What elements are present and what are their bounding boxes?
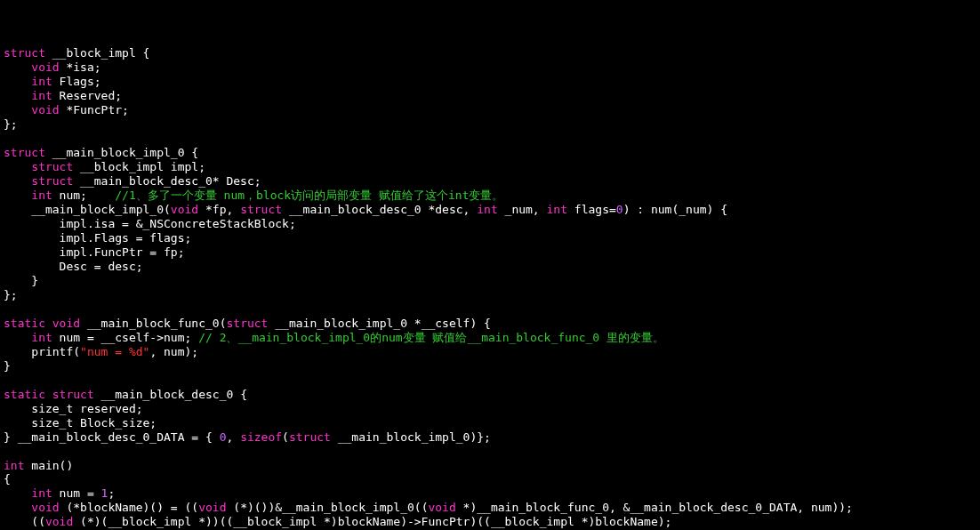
code-line: { — [4, 472, 11, 486]
keyword: int — [547, 203, 567, 216]
keyword: static — [4, 317, 45, 330]
code-line: struct __main_block_desc_0* Desc; — [4, 174, 261, 188]
code-text: __main_block_impl_0 *__cself) { — [268, 317, 490, 330]
number-literal: 0 — [616, 203, 623, 216]
code-text: } __main_block_desc_0_DATA = { — [4, 430, 220, 444]
code-text — [45, 388, 52, 401]
code-text: , — [226, 430, 240, 444]
code-text: _num, — [498, 203, 547, 216]
code-text: }; — [4, 117, 18, 131]
code-text: impl.FuncPtr = fp; — [4, 245, 185, 259]
code-text: num = — [52, 486, 101, 500]
code-text: (*blockName)() = (( — [60, 501, 199, 514]
code-line: void *isa; — [4, 60, 101, 74]
code-line: struct __block_impl { — [4, 46, 149, 60]
code-text: } — [4, 274, 38, 287]
code-text: (*)(__block_impl *))((__block_impl *)blo… — [73, 515, 671, 528]
keyword: static — [4, 388, 45, 401]
keyword: struct — [240, 203, 282, 216]
code-text: __block_impl { — [45, 46, 149, 60]
code-line: void *FuncPtr; — [4, 103, 129, 116]
keyword: int — [31, 75, 52, 88]
code-text: __main_block_impl_0)}; — [331, 430, 491, 444]
code-line: printf("num = %d", num); — [4, 345, 198, 358]
code-text: *fp, — [198, 203, 240, 216]
code-line: int Flags; — [4, 75, 101, 88]
comment: // 2、__main_block_impl_0的num变量 赋值给__main… — [198, 331, 664, 344]
code-text: __main_block_desc_0 *desc, — [282, 203, 477, 216]
code-text: __main_block_impl_0( — [4, 203, 171, 216]
keyword: void — [31, 103, 59, 116]
code-text: flags= — [567, 203, 616, 216]
keyword: int — [4, 459, 24, 472]
keyword: int — [31, 89, 52, 102]
code-text: __main_block_desc_0* Desc; — [73, 174, 261, 188]
code-line: impl.FuncPtr = fp; — [4, 245, 185, 259]
keyword: void — [171, 203, 198, 216]
code-line: struct __block_impl impl; — [4, 160, 205, 173]
code-line: static void __main_block_func_0(struct _… — [4, 317, 491, 330]
keyword: void — [52, 317, 80, 330]
code-text: ) : num(_num) { — [623, 203, 727, 216]
keyword: struct — [4, 46, 45, 60]
code-line: __main_block_impl_0(void *fp, struct __m… — [4, 203, 727, 216]
code-text: Reserved; — [52, 89, 122, 102]
code-text: __main_block_desc_0 { — [94, 388, 247, 401]
code-text: __block_impl impl; — [73, 160, 205, 173]
code-line: impl.isa = &_NSConcreteStackBlock; — [4, 217, 296, 230]
code-text: __main_block_impl_0 { — [45, 146, 198, 159]
code-line: }; — [4, 288, 18, 301]
code-text: impl.isa = &_NSConcreteStackBlock; — [4, 217, 296, 230]
keyword: struct — [289, 430, 331, 444]
code-text: { — [4, 472, 11, 486]
code-line: } — [4, 359, 11, 373]
code-line: Desc = desc; — [4, 260, 143, 273]
keyword: int — [477, 203, 497, 216]
code-line: impl.Flags = flags; — [4, 231, 191, 245]
keyword: struct — [4, 146, 45, 159]
keyword: struct — [226, 317, 268, 330]
code-line: struct __main_block_impl_0 { — [4, 146, 198, 159]
string-literal: "num = %d" — [80, 345, 149, 358]
code-text: num; — [52, 189, 115, 202]
code-text: *isa; — [60, 60, 101, 74]
keyword: int — [31, 486, 52, 500]
code-line: void (*blockName)() = ((void (*)())&__ma… — [4, 501, 853, 514]
keyword: void — [45, 515, 73, 528]
keyword: void — [198, 501, 226, 514]
keyword: sizeof — [240, 430, 282, 444]
code-line: } — [4, 274, 38, 287]
code-text: }; — [4, 288, 18, 301]
keyword: void — [428, 501, 455, 514]
keyword: struct — [52, 388, 94, 401]
code-text: (*)())&__main_block_impl_0(( — [226, 501, 428, 514]
code-line: size_t reserved; — [4, 402, 143, 415]
code-line: int Reserved; — [4, 89, 122, 102]
code-text: size_t reserved; — [4, 402, 143, 415]
code-text: } — [4, 359, 11, 373]
keyword: void — [31, 501, 59, 514]
keyword: void — [31, 60, 59, 74]
code-text: *FuncPtr; — [60, 103, 129, 116]
code-line: ((void (*)(__block_impl *))((__block_imp… — [4, 515, 671, 528]
code-text: __main_block_func_0( — [80, 317, 226, 330]
code-text: size_t Block_size; — [4, 416, 157, 430]
code-text: Flags; — [52, 75, 101, 88]
code-line: static struct __main_block_desc_0 { — [4, 388, 247, 401]
code-line: } __main_block_desc_0_DATA = { 0, sizeof… — [4, 430, 491, 444]
keyword: int — [31, 189, 52, 202]
code-text: *)__main_block_func_0, &__main_block_des… — [456, 501, 853, 514]
code-line: int main() — [4, 459, 73, 472]
code-line: }; — [4, 117, 18, 131]
code-text: ; — [108, 486, 115, 500]
code-editor: struct __block_impl { void *isa; int Fla… — [4, 46, 976, 530]
code-text: impl.Flags = flags; — [4, 231, 191, 245]
code-line: int num = 1; — [4, 486, 115, 500]
code-text: Desc = desc; — [4, 260, 143, 273]
keyword: int — [31, 331, 52, 344]
code-text: main() — [24, 459, 73, 472]
code-text — [45, 317, 52, 330]
code-text: printf( — [4, 345, 80, 358]
code-text: ( — [282, 430, 289, 444]
comment: //1、多了一个变量 num，block访问的局部变量 赋值给了这个int变量。 — [115, 189, 503, 202]
